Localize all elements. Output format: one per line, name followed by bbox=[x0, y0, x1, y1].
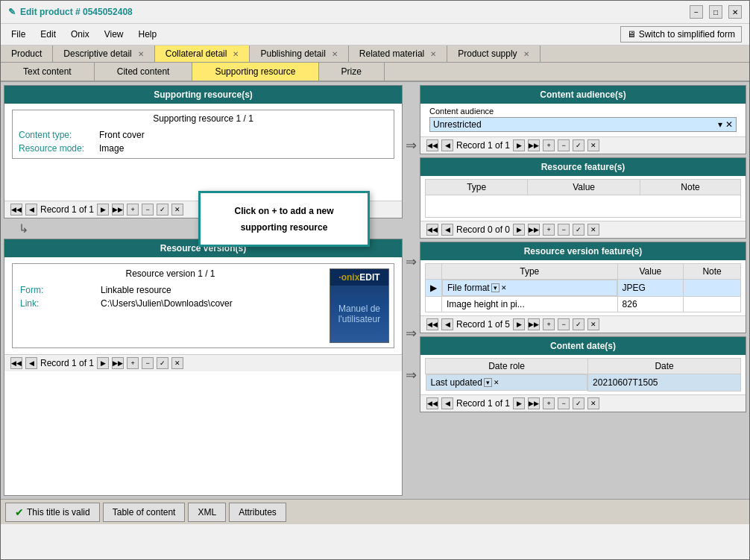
record-count: Record 1 of 1 bbox=[40, 204, 94, 215]
rf-nav-first[interactable]: ◀◀ bbox=[426, 224, 438, 236]
version-nav-prev-btn[interactable]: ◀ bbox=[25, 357, 37, 369]
audience-nav-add[interactable]: + bbox=[543, 139, 555, 151]
cd-row[interactable]: Last updated ▾ ✕ 20210607T1505 bbox=[426, 374, 741, 391]
resource-version-feature-section: Resource version feature(s) Type Value N… bbox=[420, 242, 746, 333]
menu-bar: File Edit Onix View Help 🖥 Switch to sim… bbox=[1, 24, 749, 45]
rvf-table: Type Value Note ▶ File format ▾ bbox=[425, 263, 741, 312]
cd-nav-remove[interactable]: − bbox=[558, 397, 570, 409]
supporting-resource-header: Supporting resource(s) bbox=[4, 86, 402, 104]
content-audience-section: Content audience(s) Content audience Unr… bbox=[420, 85, 746, 154]
audience-nav-prev[interactable]: ◀ bbox=[441, 139, 453, 151]
nav-remove-btn[interactable]: − bbox=[142, 204, 154, 215]
tab-close-collateral[interactable]: ✕ bbox=[233, 50, 239, 58]
cd-nav-confirm[interactable]: ✓ bbox=[573, 397, 584, 409]
nav-confirm-btn[interactable]: ✓ bbox=[157, 204, 168, 215]
rf-nav-next[interactable]: ▶ bbox=[513, 224, 525, 236]
tab-product-supply[interactable]: Product supply ✕ bbox=[447, 45, 540, 62]
tab-collateral-detail[interactable]: Collateral detail ✕ bbox=[155, 45, 250, 62]
audience-nav-next[interactable]: ▶ bbox=[513, 139, 525, 151]
rf-nav-add[interactable]: + bbox=[543, 224, 555, 236]
version-nav-first-btn[interactable]: ◀◀ bbox=[10, 357, 22, 369]
rvf-nav-remove[interactable]: − bbox=[558, 318, 570, 330]
nav-next-btn[interactable]: ▶ bbox=[97, 204, 109, 215]
version-fields: Resource version 1 / 1 Form: Linkable re… bbox=[17, 268, 324, 343]
rvf-nav-cancel[interactable]: ✕ bbox=[587, 318, 599, 330]
subtab-supporting-resource[interactable]: Supporting resource bbox=[192, 63, 318, 81]
rvf-col-value-label: Value bbox=[617, 264, 684, 280]
minimize-button[interactable]: − bbox=[690, 5, 703, 19]
rf-nav-remove[interactable]: − bbox=[558, 224, 570, 236]
audience-nav-cancel[interactable]: ✕ bbox=[587, 139, 599, 151]
version-nav-remove-btn[interactable]: − bbox=[142, 357, 154, 369]
menu-edit[interactable]: Edit bbox=[37, 28, 59, 41]
supporting-resource-inner-title: Supporting resource 1 / 1 bbox=[16, 113, 391, 124]
subtab-prize[interactable]: Prize bbox=[319, 63, 385, 81]
top-tab-bar: Product Descriptive detail ✕ Collateral … bbox=[1, 45, 749, 63]
rvf-nav-confirm[interactable]: ✓ bbox=[573, 318, 584, 330]
col-note-header: Note bbox=[640, 180, 740, 195]
tab-descriptive-detail[interactable]: Descriptive detail ✕ bbox=[53, 45, 154, 62]
tab-close-related[interactable]: ✕ bbox=[430, 50, 436, 58]
cd-nav-cancel[interactable]: ✕ bbox=[587, 397, 599, 409]
nav-add-btn[interactable]: + bbox=[127, 204, 139, 215]
rvf-nav-first[interactable]: ◀◀ bbox=[426, 318, 438, 330]
maximize-button[interactable]: □ bbox=[709, 5, 722, 19]
nav-prev-btn[interactable]: ◀ bbox=[25, 204, 37, 215]
rvf-header: Resource version feature(s) bbox=[420, 242, 746, 260]
switch-simplified-button[interactable]: 🖥 Switch to simplified form bbox=[620, 26, 742, 43]
audience-nav-last[interactable]: ▶▶ bbox=[528, 139, 540, 151]
nav-last-btn[interactable]: ▶▶ bbox=[112, 204, 124, 215]
tab-product[interactable]: Product bbox=[1, 45, 53, 62]
audience-dropdown-arrow[interactable]: ▾ bbox=[718, 119, 722, 130]
arrow-3: ⇒ bbox=[406, 325, 417, 342]
version-nav-cancel-btn[interactable]: ✕ bbox=[171, 357, 183, 369]
subtab-text-content[interactable]: Text content bbox=[1, 63, 95, 81]
attributes-button[interactable]: Attributes bbox=[229, 503, 286, 522]
cd-nav-first[interactable]: ◀◀ bbox=[426, 397, 438, 409]
audience-nav-confirm[interactable]: ✓ bbox=[573, 139, 584, 151]
cd-nav-prev[interactable]: ◀ bbox=[441, 397, 453, 409]
tab-close-supply[interactable]: ✕ bbox=[523, 50, 529, 58]
audience-clear-btn[interactable]: ✕ bbox=[725, 119, 733, 130]
rvf-row-file-format[interactable]: ▶ File format ▾ ✕ JPEG bbox=[426, 280, 741, 297]
form-row: Form: Linkable resource bbox=[17, 283, 324, 297]
rvf-nav-prev[interactable]: ◀ bbox=[441, 318, 453, 330]
rvf-nav-last[interactable]: ▶▶ bbox=[528, 318, 540, 330]
rf-nav-cancel[interactable]: ✕ bbox=[587, 224, 599, 236]
version-nav-next-btn[interactable]: ▶ bbox=[97, 357, 109, 369]
cd-nav-add[interactable]: + bbox=[543, 397, 555, 409]
tab-related-material[interactable]: Related material ✕ bbox=[349, 45, 447, 62]
menu-onix[interactable]: Onix bbox=[68, 28, 92, 41]
rvf-nav-add[interactable]: + bbox=[543, 318, 555, 330]
nav-cancel-btn[interactable]: ✕ bbox=[171, 204, 183, 215]
rvf-row-image-height[interactable]: Image height in pi... 826 bbox=[426, 297, 741, 312]
xml-button[interactable]: XML bbox=[188, 503, 226, 522]
menu-file[interactable]: File bbox=[8, 28, 28, 41]
cd-nav-next[interactable]: ▶ bbox=[513, 397, 525, 409]
menu-view[interactable]: View bbox=[101, 28, 127, 41]
rvf-nav: ◀◀ ◀ Record 1 of 5 ▶ ▶▶ + − ✓ ✕ bbox=[420, 315, 746, 333]
tab-close-publishing[interactable]: ✕ bbox=[332, 50, 338, 58]
content-type-label: Content type: bbox=[19, 130, 93, 140]
audience-nav-remove[interactable]: − bbox=[558, 139, 570, 151]
close-button[interactable]: ✕ bbox=[728, 5, 742, 19]
tab-close-descriptive[interactable]: ✕ bbox=[138, 50, 144, 58]
nav-first-btn[interactable]: ◀◀ bbox=[10, 204, 22, 215]
rf-nav-last[interactable]: ▶▶ bbox=[528, 224, 540, 236]
tab-publishing-detail[interactable]: Publishing detail ✕ bbox=[250, 45, 348, 62]
valid-status-button[interactable]: ✔ This title is valid bbox=[5, 503, 100, 522]
toc-button[interactable]: Table of content bbox=[103, 503, 186, 522]
rf-nav-confirm[interactable]: ✓ bbox=[573, 224, 584, 236]
version-nav-add-btn[interactable]: + bbox=[127, 357, 139, 369]
menu-help[interactable]: Help bbox=[136, 28, 160, 41]
cd-nav-last[interactable]: ▶▶ bbox=[528, 397, 540, 409]
rf-nav-prev[interactable]: ◀ bbox=[441, 224, 453, 236]
audience-nav-first[interactable]: ◀◀ bbox=[426, 139, 438, 151]
tooltip-popup: Click on + to add a new supporting resou… bbox=[198, 191, 370, 247]
version-nav-confirm-btn[interactable]: ✓ bbox=[157, 357, 168, 369]
rvf-nav-next[interactable]: ▶ bbox=[513, 318, 525, 330]
edit-icon: ✎ bbox=[8, 7, 16, 17]
subtab-cited-content[interactable]: Cited content bbox=[95, 63, 193, 81]
right-panel: Content audience(s) Content audience Unr… bbox=[420, 85, 746, 496]
version-nav-last-btn[interactable]: ▶▶ bbox=[112, 357, 124, 369]
